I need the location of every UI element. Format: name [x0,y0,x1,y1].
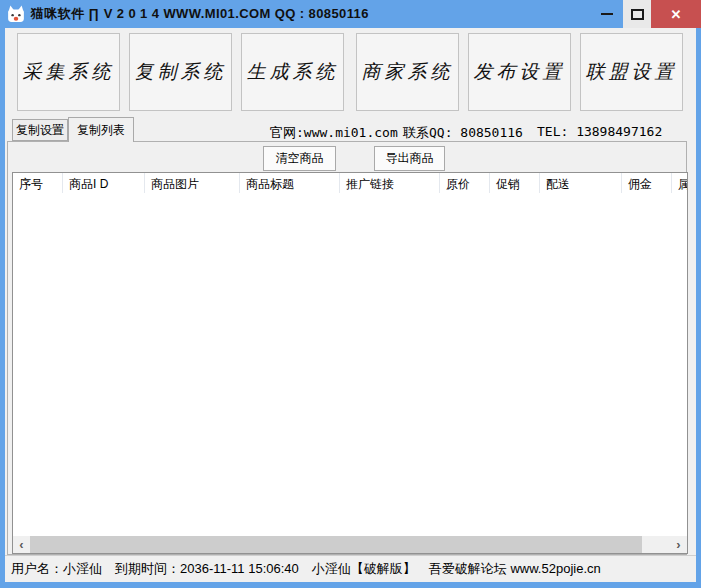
status-part-2: 小淫仙【破解版】 [312,560,416,578]
client-area: 采集系统复制系统生成系统商家系统发布设置联盟设置 复制设置复制列表 官网:www… [5,28,696,582]
scroll-right-button[interactable]: › [670,536,687,553]
minimize-icon [601,13,613,15]
window-controls: ✕ [590,0,701,28]
contact-qq-text: 联系QQ: 80850116 [403,124,523,142]
horizontal-scrollbar[interactable]: ‹ › [13,536,687,553]
app-window: 猫咪软件 ∏ V 2 0 1 4 WWW.MI01.COM QQ : 80850… [0,0,701,588]
minimize-button[interactable] [590,0,623,28]
toolbar-button-merchant-system[interactable]: 商家系统 [356,33,459,111]
toolbar-button-alliance-settings[interactable]: 联盟设置 [580,33,683,111]
scrollbar-track[interactable] [642,536,670,553]
close-icon: ✕ [671,7,682,22]
product-list: 序号商品I D商品图片商品标题推广链接原价促销配送佣金属性 ‹ › [12,172,688,554]
column-header-6[interactable]: 促销 [490,173,540,193]
website-text: 官网:www.mi01.com [270,124,398,142]
titlebar[interactable]: 猫咪软件 ∏ V 2 0 1 4 WWW.MI01.COM QQ : 80850… [0,0,701,28]
tab-copy-settings[interactable]: 复制设置 [12,119,68,141]
maximize-icon [631,9,644,20]
status-part-0: 用户名：小淫仙 [11,560,102,578]
tab-copy-list[interactable]: 复制列表 [68,117,134,142]
app-icon-cat [7,5,25,23]
column-header-9[interactable]: 属性 [672,173,687,193]
column-header-0[interactable]: 序号 [13,173,63,193]
window-title: 猫咪软件 ∏ V 2 0 1 4 WWW.MI01.COM QQ : 80850… [31,5,369,23]
column-header-4[interactable]: 推广链接 [340,173,440,193]
table-header: 序号商品I D商品图片商品标题推广链接原价促销配送佣金属性 [13,173,687,194]
tab-page-copy-list: 清空商品 导出商品 序号商品I D商品图片商品标题推广链接原价促销配送佣金属性 … [7,141,687,555]
status-part-1: 到期时间：2036-11-11 15:06:40 [115,560,299,578]
maximize-button[interactable] [623,0,651,28]
column-header-5[interactable]: 原价 [440,173,490,193]
column-header-8[interactable]: 佣金 [622,173,672,193]
toolbar-button-copy-system[interactable]: 复制系统 [129,33,232,111]
column-header-3[interactable]: 商品标题 [240,173,340,193]
status-part-3: 吾爱破解论坛 www.52pojie.cn [429,560,601,578]
column-header-2[interactable]: 商品图片 [145,173,240,193]
column-header-1[interactable]: 商品I D [63,173,145,193]
toolbar-button-publish-settings[interactable]: 发布设置 [468,33,571,111]
scrollbar-thumb[interactable] [30,536,642,553]
toolbar-button-generate-system[interactable]: 生成系统 [241,33,344,111]
toolbar-button-collect-system[interactable]: 采集系统 [17,33,120,111]
toolbar: 采集系统复制系统生成系统商家系统发布设置联盟设置 [5,33,696,111]
column-header-7[interactable]: 配送 [540,173,622,193]
scroll-left-icon: ‹ [19,537,23,552]
scroll-right-icon: › [676,537,680,552]
status-bar: 用户名：小淫仙到期时间：2036-11-11 15:06:40小淫仙【破解版】吾… [5,555,696,582]
table-body [13,193,687,536]
scroll-left-button[interactable]: ‹ [13,536,30,553]
close-button[interactable]: ✕ [651,0,701,28]
export-products-button[interactable]: 导出商品 [374,146,445,171]
contact-tel-text: TEL: 13898497162 [537,124,662,139]
clear-products-button[interactable]: 清空商品 [263,146,336,171]
